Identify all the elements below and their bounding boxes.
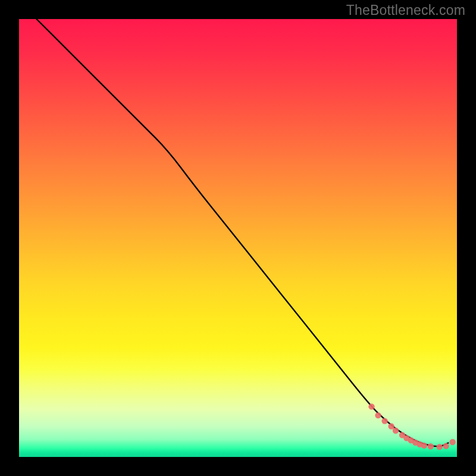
marker-dot (428, 443, 434, 449)
marker-dots (368, 403, 456, 450)
marker-dot (388, 423, 394, 429)
marker-dot (443, 443, 449, 449)
chart-frame: TheBottleneck.com (0, 0, 476, 476)
marker-dot (375, 412, 381, 418)
marker-dot (393, 428, 399, 434)
main-curve (36, 19, 448, 446)
plot-overlay (19, 19, 457, 457)
marker-dot (421, 443, 427, 449)
marker-dot (449, 439, 455, 445)
watermark-text: TheBottleneck.com (346, 2, 465, 18)
marker-dot (381, 418, 387, 424)
marker-dot (368, 403, 374, 409)
marker-dot (436, 444, 442, 450)
